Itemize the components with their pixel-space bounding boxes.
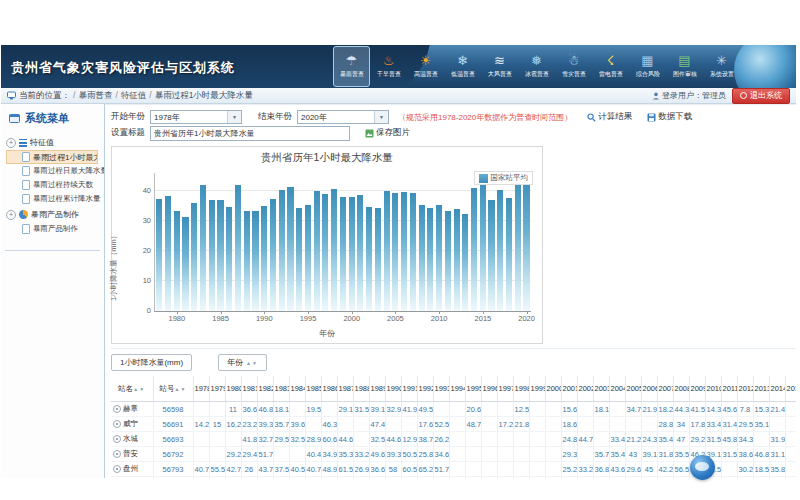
nav-item-snow[interactable]: ☃雪灾普查 — [555, 46, 592, 87]
year-column-header[interactable]: 1987 — [337, 376, 353, 402]
expander-icon[interactable] — [6, 210, 16, 220]
year-column-header[interactable]: 1989 — [369, 376, 385, 402]
nav-item-hail[interactable]: ❅冰雹普查 — [518, 46, 555, 87]
sidebar-group-product[interactable]: 暴雨产品制作 — [6, 206, 104, 222]
save-image-button[interactable]: 保存图片 — [365, 127, 410, 139]
sort-icon[interactable] — [133, 386, 145, 392]
value-cell — [609, 417, 625, 432]
end-year-select[interactable]: 2020年 — [297, 110, 389, 124]
sort-icon[interactable] — [246, 360, 258, 366]
year-column-header[interactable]: 2006 — [641, 376, 657, 402]
value-cell: 51.7 — [433, 462, 449, 477]
value-cell — [481, 402, 497, 417]
station-name-cell[interactable]: 水城 — [111, 432, 153, 447]
year-column-header[interactable]: 2013 — [753, 376, 769, 402]
year-column-header[interactable]: 1993 — [433, 376, 449, 402]
year-column-header[interactable]: 1983 — [273, 376, 289, 402]
image-icon — [365, 129, 374, 138]
year-column-header[interactable]: 1999 — [529, 376, 545, 402]
data-download-button[interactable]: 数据下载 — [647, 111, 692, 123]
year-column-header[interactable]: 1996 — [481, 376, 497, 402]
floating-circle-icon[interactable] — [690, 455, 715, 480]
sidebar-item[interactable]: 暴雨产品制作 — [6, 222, 104, 236]
table-row[interactable]: 赫章565981136.646.818.119.529.131.539.132.… — [111, 402, 796, 417]
breadcrumb-segment[interactable]: 特征值 — [121, 90, 147, 100]
value-cell — [529, 447, 545, 462]
year-column-header[interactable]: 1988 — [353, 376, 369, 402]
nav-item-settings[interactable]: ✳系统设置 — [703, 46, 740, 87]
year-column-header[interactable]: 1997 — [497, 376, 513, 402]
year-field-chip[interactable]: 年份 — [218, 354, 267, 371]
year-column-header[interactable]: 1985 — [305, 376, 321, 402]
year-column-header[interactable]: 1978 — [193, 376, 209, 402]
year-column-header[interactable]: 1994 — [449, 376, 465, 402]
table-row[interactable]: 威宁5669114.21516.223.239.335.739.646.347.… — [111, 417, 796, 432]
calc-result-button[interactable]: 计算结果 — [587, 111, 632, 123]
station-name-header[interactable]: 站名 — [111, 376, 153, 402]
year-column-header[interactable]: 1980 — [225, 376, 241, 402]
breadcrumb-segment[interactable]: 暴雨普查 — [78, 90, 112, 100]
radio-icon[interactable] — [113, 435, 121, 443]
nav-item-low-temp[interactable]: ❄低温普查 — [444, 46, 481, 87]
year-column-header[interactable]: 2001 — [561, 376, 577, 402]
value-cell: 20.3 — [609, 477, 625, 479]
station-name-cell[interactable]: 盘州 — [111, 462, 153, 477]
year-column-header[interactable]: 2000 — [545, 376, 561, 402]
year-column-header[interactable]: 2012 — [737, 376, 753, 402]
year-column-header[interactable]: 1984 — [289, 376, 305, 402]
year-column-header[interactable]: 1982 — [257, 376, 273, 402]
start-year-select[interactable]: 1978年 — [150, 110, 242, 124]
sidebar-item[interactable]: 暴雨过程1小时最大降水量 — [6, 150, 98, 164]
year-column-header[interactable]: 2015 — [785, 376, 796, 402]
radio-icon[interactable] — [113, 450, 121, 458]
radio-icon[interactable] — [113, 465, 121, 473]
sort-icon[interactable] — [175, 386, 187, 392]
measure-chip[interactable]: 1小时降水量(mm) — [111, 354, 192, 371]
sidebar-item[interactable]: 暴雨过程累计降水量 — [6, 192, 104, 206]
year-column-header[interactable]: 1981 — [241, 376, 257, 402]
year-column-header[interactable]: 1995 — [465, 376, 481, 402]
value-cell: 31.8 — [369, 477, 385, 479]
year-column-header[interactable]: 1979 — [209, 376, 225, 402]
year-column-header[interactable]: 1992 — [417, 376, 433, 402]
value-cell — [497, 462, 513, 477]
year-column-header[interactable]: 2007 — [657, 376, 673, 402]
year-column-header[interactable]: 2008 — [673, 376, 689, 402]
table-row[interactable]: 水城5669341.832.729.532.528.960.644.632.54… — [111, 432, 796, 447]
sidebar-group-feature[interactable]: 特征值 — [6, 134, 104, 150]
logout-button[interactable]: 退出系统 — [732, 88, 790, 104]
radio-icon[interactable] — [113, 420, 121, 428]
year-column-header[interactable]: 2005 — [625, 376, 641, 402]
breadcrumb-segment[interactable]: 暴雨过程1小时最大降水量 — [155, 90, 253, 100]
nav-item-high-temp[interactable]: ☀高温普查 — [407, 46, 444, 87]
year-column-header[interactable]: 2004 — [609, 376, 625, 402]
radio-icon[interactable] — [113, 405, 121, 413]
sidebar-item[interactable]: 暴雨过程日最大降水量 — [6, 164, 104, 178]
nav-item-composite-risk[interactable]: ▦综合风险 — [629, 46, 666, 87]
sidebar-item[interactable]: 暴雨过程持续天数 — [6, 178, 104, 192]
nav-item-rainstorm[interactable]: ☂暴雨普查 — [333, 46, 370, 87]
year-column-header[interactable]: 2014 — [769, 376, 785, 402]
year-column-header[interactable]: 2010 — [705, 376, 721, 402]
value-cell: 31.4 — [721, 417, 737, 432]
year-column-header[interactable]: 1990 — [385, 376, 401, 402]
nav-item-lightning[interactable]: ☇雷电普查 — [592, 46, 629, 87]
station-name-cell[interactable]: 赫章 — [111, 402, 153, 417]
year-column-header[interactable]: 2002 — [577, 376, 593, 402]
station-name-cell[interactable]: 桐梓 — [111, 477, 153, 479]
value-cell — [449, 477, 465, 479]
year-column-header[interactable]: 1991 — [401, 376, 417, 402]
nav-item-wind[interactable]: ≋大风普查 — [481, 46, 518, 87]
year-column-header[interactable]: 1998 — [513, 376, 529, 402]
expander-icon[interactable] — [6, 138, 16, 148]
station-name-cell[interactable]: 普安 — [111, 447, 153, 462]
nav-item-map-review[interactable]: ▤图件审核 — [666, 46, 703, 87]
nav-item-drought[interactable]: ♨干旱普查 — [370, 46, 407, 87]
year-column-header[interactable]: 2003 — [593, 376, 609, 402]
year-column-header[interactable]: 1986 — [321, 376, 337, 402]
chart-title-input[interactable]: 贵州省历年1小时最大降水量 — [150, 126, 350, 141]
station-name-cell[interactable]: 威宁 — [111, 417, 153, 432]
year-column-header[interactable]: 2011 — [721, 376, 737, 402]
station-id-header[interactable]: 站号 — [153, 376, 193, 402]
year-column-header[interactable]: 2009 — [689, 376, 705, 402]
